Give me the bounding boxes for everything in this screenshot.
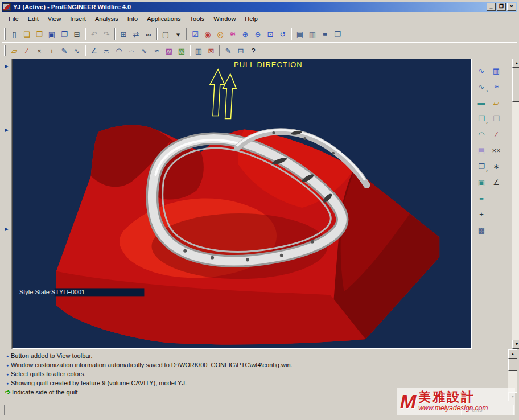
main-vertical-scrollbar[interactable]: ▲ ▼ bbox=[512, 59, 519, 349]
left-sash-bottom[interactable]: ▶ bbox=[3, 225, 11, 234]
selection-filter-dropdown[interactable]: ▾ bbox=[172, 28, 184, 40]
redo-icon[interactable]: ↷ bbox=[100, 28, 113, 40]
model-tree-icon[interactable]: ⊞ bbox=[117, 28, 130, 40]
shaded-curvature-icon[interactable]: ▨ bbox=[163, 44, 175, 57]
view-setup-icon[interactable]: ▥ bbox=[306, 28, 319, 40]
clearance-icon[interactable]: ≍ bbox=[100, 44, 113, 57]
menu-applications[interactable]: Applications bbox=[142, 13, 185, 24]
open-file-icon[interactable]: ❏ bbox=[20, 28, 33, 40]
surface-icon[interactable]: ▬ bbox=[475, 96, 488, 109]
context-help-icon[interactable]: ? bbox=[247, 44, 260, 57]
datum-csys-icon[interactable]: + bbox=[46, 44, 58, 57]
menu-edit[interactable]: Edit bbox=[23, 13, 43, 24]
fill-icon[interactable]: ▤ bbox=[475, 144, 488, 157]
save-copy-icon[interactable]: ❐ bbox=[58, 28, 71, 40]
measure-icon[interactable]: ∠ bbox=[88, 44, 100, 57]
datum-axis-icon[interactable]: ⁄ bbox=[20, 44, 33, 57]
erase-analysis-icon[interactable]: ⊠ bbox=[205, 44, 217, 57]
saved-analysis-icon[interactable]: ▥ bbox=[192, 44, 205, 57]
graph-icon[interactable]: ▦ bbox=[490, 64, 502, 77]
reflection-icon[interactable]: ≈ bbox=[150, 44, 163, 57]
verify-icon[interactable]: ☑ bbox=[189, 28, 201, 40]
app-window: YJ (Active) - Pro/ENGINEER Wildfire 4.0 … bbox=[0, 0, 519, 420]
scroll-up-button[interactable]: ▲ bbox=[512, 59, 519, 68]
menu-tools[interactable]: Tools bbox=[186, 13, 209, 24]
spin-center-icon[interactable]: ◉ bbox=[201, 28, 214, 40]
datum-plane-icon[interactable]: ▱ bbox=[8, 44, 20, 57]
message-lines: ● Button added to View toolbar. ● Window… bbox=[4, 351, 508, 388]
solidify-icon[interactable]: ▣ bbox=[475, 176, 488, 188]
pull-direction-label: PULL DIRECTION bbox=[234, 60, 303, 69]
right-toolbar-column-a: ∿∿▬❐◠▤❐▣≡+▩ bbox=[475, 64, 488, 349]
offset-analysis-icon[interactable]: ∿ bbox=[138, 44, 150, 57]
merge-icon[interactable]: ❐ bbox=[475, 160, 488, 172]
save-icon[interactable]: ▣ bbox=[46, 28, 58, 40]
dome-icon[interactable]: ◠ bbox=[475, 128, 488, 141]
loft-icon[interactable]: ❐ bbox=[475, 112, 488, 125]
message-line: ● Button added to View toolbar. bbox=[4, 351, 508, 360]
scroll-track[interactable] bbox=[512, 68, 519, 340]
print-icon[interactable]: ⊟ bbox=[71, 28, 83, 40]
menu-file[interactable]: File bbox=[4, 13, 23, 24]
bullet-icon: ● bbox=[4, 354, 11, 358]
open-rep-icon[interactable]: ❐ bbox=[33, 28, 46, 40]
view-manager-icon[interactable]: ❐ bbox=[331, 28, 344, 40]
blend-icon[interactable]: ❐ bbox=[490, 112, 502, 125]
layers-icon[interactable]: ≡ bbox=[319, 28, 331, 40]
style-tool-icon[interactable]: ∿ bbox=[475, 80, 488, 93]
repaint-icon[interactable]: ↺ bbox=[277, 28, 289, 40]
new-file-icon[interactable]: ▯ bbox=[8, 28, 20, 40]
scroll-thumb[interactable] bbox=[508, 359, 517, 371]
annotation-icon[interactable]: ✎ bbox=[222, 44, 234, 57]
scroll-thumb[interactable] bbox=[512, 68, 519, 102]
toolbar-drag-handle[interactable] bbox=[4, 28, 6, 40]
curvature-icon[interactable]: ◠ bbox=[113, 44, 125, 57]
toolbar-top-icons: ▯❏❐▣❐⊟↶↷⊞⇄∞▢▾☑◉◎≋⊕⊖⊡↺▤▥≡❐ bbox=[8, 28, 344, 40]
minimize-button[interactable]: _ bbox=[487, 3, 496, 11]
left-sash-middle[interactable]: ▶ bbox=[3, 126, 11, 135]
saved-views-icon[interactable]: ▤ bbox=[294, 28, 306, 40]
menu-help[interactable]: Help bbox=[240, 13, 262, 24]
3d-viewport[interactable]: PULL DIRECTION Style State:STYLE0001 bbox=[12, 59, 472, 349]
anchor-icon[interactable]: + bbox=[475, 208, 488, 220]
menubar: FileEditViewInsertAnalysisInfoApplicatio… bbox=[2, 12, 517, 26]
toolbar-drag-handle[interactable] bbox=[4, 45, 6, 56]
datum-point-icon[interactable]: × bbox=[33, 44, 46, 57]
maximize-button[interactable]: ❐ bbox=[497, 3, 506, 11]
plane-icon[interactable]: ▱ bbox=[490, 96, 502, 109]
toolbar-top: ▯❏❐▣❐⊟↶↷⊞⇄∞▢▾☑◉◎≋⊕⊖⊡↺▤▥≡❐ bbox=[2, 26, 517, 42]
menu-window[interactable]: Window bbox=[209, 13, 240, 24]
thicken-icon[interactable]: ≡ bbox=[475, 192, 488, 204]
message-line: ● Select quilts to alter colors. bbox=[4, 369, 508, 378]
menu-analysis[interactable]: Analysis bbox=[90, 13, 123, 24]
draft-check-icon[interactable]: ▧ bbox=[175, 44, 188, 57]
close-button[interactable]: × bbox=[507, 3, 516, 11]
appearance-gallery-icon[interactable]: ≋ bbox=[226, 28, 239, 40]
zoom-in-icon[interactable]: ⊕ bbox=[239, 28, 252, 40]
cleanup-dims-icon[interactable]: ⊟ bbox=[234, 44, 247, 57]
left-sash-top[interactable]: ▶ bbox=[3, 62, 11, 71]
wave-icon[interactable]: ≈ bbox=[490, 80, 502, 93]
menu-insert[interactable]: Insert bbox=[65, 13, 90, 24]
palette-icon[interactable]: ▩ bbox=[475, 224, 488, 236]
menu-info[interactable]: Info bbox=[123, 13, 142, 24]
fit-curve-icon[interactable]: ∿ bbox=[475, 64, 488, 77]
line-icon[interactable]: ⁄ bbox=[490, 128, 502, 141]
scroll-up-button[interactable]: ▲ bbox=[508, 349, 517, 359]
zoom-out-icon[interactable]: ⊖ bbox=[252, 28, 264, 40]
sketch-icon[interactable]: ✎ bbox=[58, 44, 71, 57]
dihedral-icon[interactable]: ⌢ bbox=[125, 44, 138, 57]
datum-curve-icon[interactable]: ∿ bbox=[71, 44, 83, 57]
angle-icon[interactable]: ∠ bbox=[490, 176, 502, 188]
switch-window-icon[interactable]: ⇄ bbox=[130, 28, 142, 40]
toolbar-separator bbox=[219, 45, 220, 56]
undo-icon[interactable]: ↶ bbox=[88, 28, 100, 40]
search-icon[interactable]: ∞ bbox=[142, 28, 155, 40]
points-icon[interactable]: ×× bbox=[490, 144, 502, 157]
refit-icon[interactable]: ⊡ bbox=[264, 28, 277, 40]
scroll-down-button[interactable]: ▼ bbox=[512, 340, 519, 349]
snap-icon[interactable]: ∗ bbox=[490, 160, 502, 172]
selection-filter-icon[interactable]: ▢ bbox=[159, 28, 172, 40]
render-icon[interactable]: ◎ bbox=[214, 28, 226, 40]
menu-view[interactable]: View bbox=[43, 13, 66, 24]
